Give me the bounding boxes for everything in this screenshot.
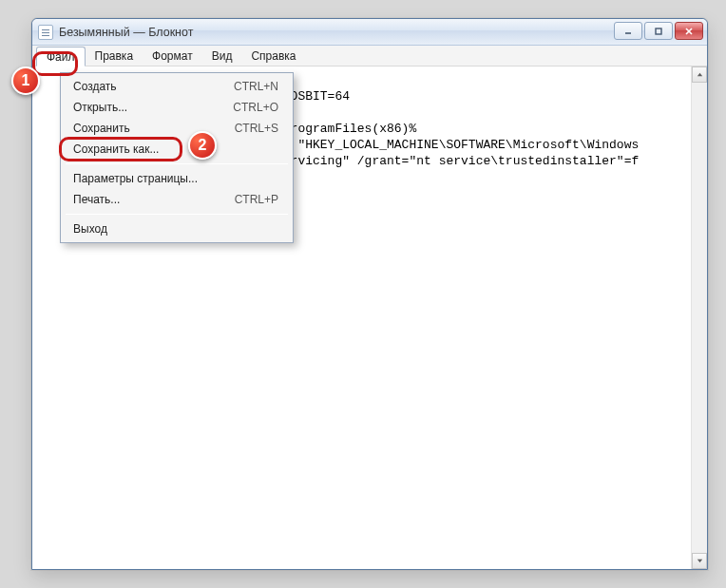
file-menu-exit[interactable]: Выход [64, 218, 290, 239]
file-menu-new[interactable]: Создать CTRL+N [64, 76, 290, 97]
file-menu-page-setup[interactable]: Параметры страницы... [64, 168, 290, 189]
file-menu-open[interactable]: Открыть... CTRL+O [64, 97, 290, 118]
menu-format[interactable]: Формат [143, 46, 202, 66]
window-controls [614, 22, 703, 40]
scroll-up-button[interactable] [692, 66, 707, 83]
window-title: Безымянный — Блокнот [59, 26, 193, 39]
close-button[interactable] [675, 22, 703, 40]
svg-marker-4 [697, 73, 701, 77]
file-menu-dropdown: Создать CTRL+N Открыть... CTRL+O Сохрани… [60, 72, 294, 243]
file-menu-print[interactable]: Печать... CTRL+P [64, 189, 290, 210]
scroll-down-button[interactable] [692, 553, 707, 569]
menu-separator [66, 214, 288, 215]
editor-line: Servicing" /grant="nt service\trustedins… [276, 153, 639, 169]
menu-separator [66, 163, 288, 164]
menu-view[interactable]: Вид [202, 46, 242, 66]
menu-edit[interactable]: Правка [86, 46, 143, 66]
minimize-button[interactable] [614, 22, 642, 40]
svg-marker-5 [697, 560, 701, 563]
file-menu-save-as[interactable]: Сохранить как... [64, 139, 290, 160]
file-menu-save[interactable]: Сохранить CTRL+S [64, 118, 290, 139]
menu-help[interactable]: Справка [241, 46, 305, 66]
svg-rect-1 [656, 28, 661, 34]
menu-bar: Файл Правка Формат Вид Справка [32, 46, 707, 66]
vertical-scrollbar[interactable] [691, 66, 707, 569]
editor-line: eg "HKEY_LOCAL_MACHINE\SOFTWARE\Microsof… [276, 137, 639, 153]
maximize-button[interactable] [644, 22, 673, 40]
editor-line: %ProgramFiles(x86)% [276, 121, 416, 137]
titlebar[interactable]: Безымянный — Блокнот [32, 19, 707, 46]
menu-file[interactable]: Файл [36, 47, 86, 66]
app-icon [38, 25, 53, 40]
